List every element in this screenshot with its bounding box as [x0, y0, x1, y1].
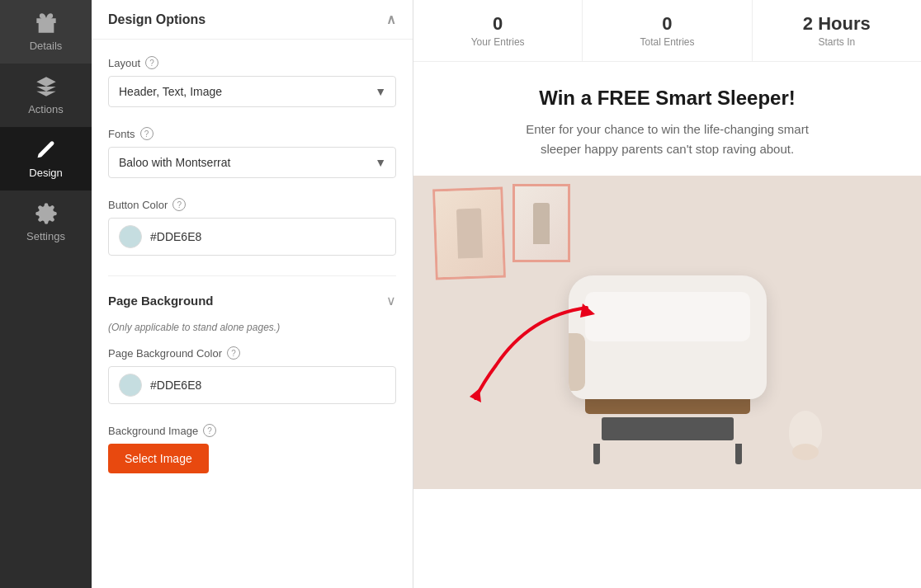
sidebar-item-actions-label: Actions [28, 103, 64, 115]
sidebar-item-details[interactable]: Details [0, 0, 92, 64]
total-entries-number: 0 [599, 13, 734, 35]
bg-image-label: Background Image ? [108, 424, 396, 437]
page-bg-header: Page Background ∨ [108, 293, 396, 308]
preview-subtitle: Enter for your chance to win the life-ch… [511, 120, 824, 159]
design-options-panel: Design Options ∧ Layout ? Header, Text, … [92, 0, 413, 588]
select-image-button[interactable]: Select Image [108, 444, 209, 473]
button-color-label: Button Color ? [108, 198, 396, 211]
total-entries-label: Total Entries [599, 36, 734, 48]
total-entries-stat: 0 Total Entries [583, 0, 752, 61]
page-bg-title: Page Background [108, 294, 214, 308]
timer-stat: 2 Hours Starts In [753, 0, 921, 61]
page-bg-color-swatch[interactable] [119, 374, 142, 397]
layout-help-icon[interactable]: ? [145, 56, 158, 69]
fonts-label: Fonts ? [108, 127, 396, 140]
bg-image-group: Background Image ? Select Image [108, 424, 396, 473]
wall-frame-left [432, 187, 506, 280]
page-bg-hint: (Only applicable to stand alone pages.) [108, 322, 396, 333]
fonts-help-icon[interactable]: ? [140, 127, 154, 140]
layout-select[interactable]: Header, Text, ImageHeader, Image, TextIm… [108, 76, 396, 107]
sidebar: Details Actions Design Settings [0, 0, 92, 588]
your-entries-number: 0 [430, 13, 565, 35]
gear-icon [35, 202, 58, 225]
page-bg-color-group: Page Background Color ? #DDE6E8 [108, 346, 396, 404]
bassinet [569, 275, 767, 464]
preview-content: Win a FREE Smart Sleeper! Enter for your… [413, 62, 921, 588]
design-icon [35, 139, 58, 162]
svg-point-0 [39, 157, 40, 158]
button-color-input-row[interactable]: #DDE6E8 [108, 218, 396, 256]
preview-image-area [413, 176, 921, 489]
section-divider [108, 275, 396, 276]
sidebar-item-settings-label: Settings [26, 230, 65, 242]
panel-title: Design Options [108, 12, 205, 27]
page-bg-chevron[interactable]: ∨ [386, 293, 396, 308]
page-bg-color-input-row[interactable]: #DDE6E8 [108, 366, 396, 404]
button-color-help-icon[interactable]: ? [172, 198, 186, 211]
sidebar-item-design[interactable]: Design [0, 127, 92, 191]
sidebar-item-design-label: Design [29, 167, 62, 179]
preview-title: Win a FREE Smart Sleeper! [446, 87, 888, 110]
your-entries-stat: 0 Your Entries [413, 0, 583, 61]
panel-header: Design Options ∧ [92, 0, 413, 40]
sidebar-item-actions[interactable]: Actions [0, 64, 92, 127]
sidebar-item-details-label: Details [30, 40, 63, 52]
right-preview-panel: 0 Your Entries 0 Total Entries 2 Hours S… [413, 0, 921, 588]
panel-content: Layout ? Header, Text, ImageHeader, Imag… [92, 40, 413, 588]
page-bg-color-value: #DDE6E8 [150, 379, 201, 392]
timer-number: 2 Hours [769, 13, 904, 35]
fonts-select-wrapper: Baloo with MontserratRoboto with Open Sa… [108, 147, 396, 178]
page-bg-color-help-icon[interactable]: ? [227, 346, 240, 360]
sidebar-item-settings[interactable]: Settings [0, 191, 92, 254]
preview-text-area: Win a FREE Smart Sleeper! Enter for your… [413, 62, 921, 176]
layout-select-wrapper: Header, Text, ImageHeader, Image, TextIm… [108, 76, 396, 107]
page-bg-color-label: Page Background Color ? [108, 346, 396, 360]
gift-icon [35, 12, 58, 35]
stuffed-animal [789, 411, 822, 460]
button-color-swatch[interactable] [119, 225, 142, 248]
panel-collapse-chevron[interactable]: ∧ [386, 12, 396, 27]
page-background-section: Page Background ∨ (Only applicable to st… [108, 293, 396, 473]
layout-label: Layout ? [108, 56, 396, 69]
bg-image-help-icon[interactable]: ? [203, 424, 216, 437]
timer-label: Starts In [769, 36, 904, 48]
fonts-group: Fonts ? Baloo with MontserratRoboto with… [108, 127, 396, 178]
stats-bar: 0 Your Entries 0 Total Entries 2 Hours S… [413, 0, 921, 62]
button-color-value: #DDE6E8 [150, 230, 201, 243]
wall-frame-right [512, 184, 570, 262]
layers-icon [35, 75, 58, 98]
button-color-group: Button Color ? #DDE6E8 [108, 198, 396, 256]
layout-group: Layout ? Header, Text, ImageHeader, Imag… [108, 56, 396, 107]
your-entries-label: Your Entries [430, 36, 565, 48]
fonts-select[interactable]: Baloo with MontserratRoboto with Open Sa… [108, 147, 396, 178]
